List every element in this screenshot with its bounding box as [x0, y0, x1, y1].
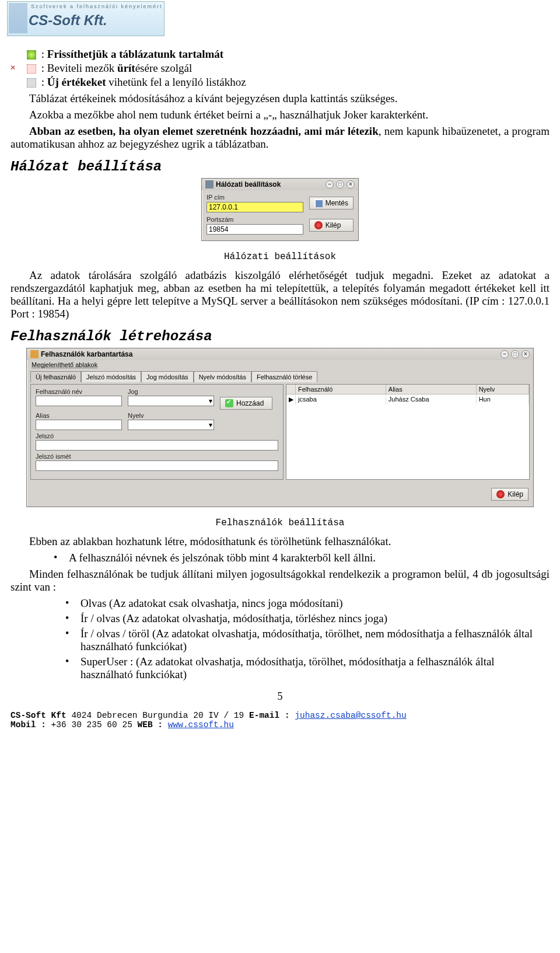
tab-strip: Új felhasználó Jelszó módosítás Jog módo…: [30, 371, 317, 382]
menu-bar[interactable]: Megjeleníthető ablakok: [27, 360, 533, 369]
port-label: Portszám: [206, 216, 303, 223]
port-input[interactable]: 19854: [206, 224, 303, 235]
list-item: Olvas (Az adatokat csak olvashatja, ninc…: [80, 597, 550, 610]
language-select[interactable]: ▾: [128, 420, 214, 430]
refresh-icon: [27, 50, 36, 60]
password2-input[interactable]: [36, 460, 278, 471]
exit-button[interactable]: Kilép: [491, 488, 528, 501]
users-para-1: Ebben az ablakban hozhatunk létre, módos…: [10, 535, 550, 548]
users-grid: Felhasználó Alias Nyelv ▶ jcsaba Juhász …: [286, 384, 530, 480]
logo-brand: CS-Soft Kft.: [29, 12, 107, 29]
row-marker-icon: ▶: [286, 395, 296, 404]
tab-delete-user[interactable]: Felhasználó törlése: [251, 371, 317, 382]
window-titlebar: Hálózati beállítások – □ ×: [202, 179, 358, 190]
close-button[interactable]: ×: [346, 180, 355, 188]
language-label: Nyelv: [128, 412, 214, 419]
grid-col-alias[interactable]: Alias: [386, 385, 477, 395]
ip-input[interactable]: 127.0.0.1: [206, 202, 303, 212]
users-para-2: Minden felhasználónak be tudjuk állítani…: [10, 568, 550, 594]
intro-para-1: Táblázat értékeinek módosításához a kívá…: [10, 92, 550, 105]
figure-caption-users: Felhasználók beállítása: [10, 518, 550, 528]
add-user-button[interactable]: Hozzáad: [220, 397, 272, 410]
save-button[interactable]: Mentés: [309, 197, 354, 210]
section-heading-users: Felhasználók létrehozása: [10, 329, 550, 344]
password2-label: Jelszó ismét: [36, 453, 278, 460]
maximize-button[interactable]: □: [511, 350, 519, 358]
page-number: 5: [10, 690, 550, 703]
rights-select[interactable]: ▾: [128, 396, 214, 406]
grid-marker-col: [286, 385, 296, 395]
list-item: Ír / olvas (Az adatokat olvashatja, módo…: [80, 612, 550, 625]
exit-icon: [314, 221, 323, 229]
ip-label: IP cím: [206, 194, 303, 201]
close-button[interactable]: ×: [522, 350, 530, 358]
footer: CS-Soft Kft 4024 Debrecen Burgundia 20 I…: [10, 711, 550, 729]
add-icon: [225, 399, 233, 407]
username-input[interactable]: [36, 396, 122, 406]
tab-new-user[interactable]: Új felhasználó: [30, 371, 81, 382]
maximize-button[interactable]: □: [336, 180, 344, 188]
grid-col-user[interactable]: Felhasználó: [296, 385, 386, 395]
password-label: Jelszó: [36, 432, 278, 439]
footer-email-link[interactable]: juhasz.csaba@cssoft.hu: [295, 711, 406, 720]
tab-change-rights[interactable]: Jog módosítás: [141, 371, 194, 382]
username-label: Felhasználó név: [36, 388, 122, 395]
window-title: Felhasználók karbantartása: [41, 350, 132, 358]
footer-web-link[interactable]: www.cssoft.hu: [168, 720, 234, 729]
table-row[interactable]: ▶ jcsaba Juhász Csaba Hun: [286, 395, 529, 404]
network-para: Az adatok tárolására szolgáló adatbázis …: [10, 269, 550, 320]
minimize-button[interactable]: –: [501, 350, 509, 358]
window-title: Hálózati beállítások: [216, 180, 281, 188]
icon-legend: : Frissíthetjük a táblázatunk tartalmát …: [27, 48, 550, 89]
password-input[interactable]: [36, 440, 278, 451]
more-icon: [27, 78, 36, 88]
tab-change-language[interactable]: Nyelv módosítás: [194, 371, 251, 382]
rights-list: Olvas (Az adatokat csak olvashatja, ninc…: [80, 597, 550, 681]
figure-caption-network: Hálózati beállítások: [10, 252, 550, 262]
logo-tagline: Szoftverek a felhasználói kényelemért: [31, 4, 163, 9]
users-window: Felhasználók karbantartása – □ × Megjele…: [26, 348, 534, 507]
network-icon: [205, 180, 214, 188]
tab-change-password[interactable]: Jelszó módosítás: [81, 371, 141, 382]
network-settings-window: Hálózati beállítások – □ × IP cím 127.0.…: [201, 178, 359, 241]
minimize-button[interactable]: –: [326, 180, 334, 188]
clear-icon: [27, 64, 36, 74]
rights-label: Jog: [128, 388, 214, 395]
grid-col-lang[interactable]: Nyelv: [477, 385, 529, 395]
user-form-pane: Felhasználó név Jog ▾ Hozzáad: [30, 384, 284, 480]
save-icon: [314, 199, 323, 207]
company-logo: Szoftverek a felhasználói kényelemért CS…: [7, 1, 164, 36]
users-icon: [30, 350, 38, 358]
list-item: Ír / olvas / töröl (Az adatokat olvashat…: [80, 627, 550, 653]
exit-icon: [496, 490, 505, 498]
list-item: SuperUser : (Az adatokat olvashatja, mód…: [80, 655, 550, 681]
intro-para-3: Abban az esetben, ha olyan elemet szeret…: [10, 125, 550, 151]
alias-input[interactable]: [36, 420, 122, 430]
alias-label: Alias: [36, 412, 122, 419]
exit-button[interactable]: Kilép: [309, 219, 354, 232]
intro-para-2: Azokba a mezőkbe ahol nem tudunk értéket…: [10, 109, 550, 121]
section-heading-network: Hálózat beállítása: [10, 159, 550, 174]
window-titlebar: Felhasználók karbantartása – □ ×: [27, 348, 533, 360]
lead-bullet: A felhasználói névnek és jelszónak több …: [69, 551, 550, 564]
